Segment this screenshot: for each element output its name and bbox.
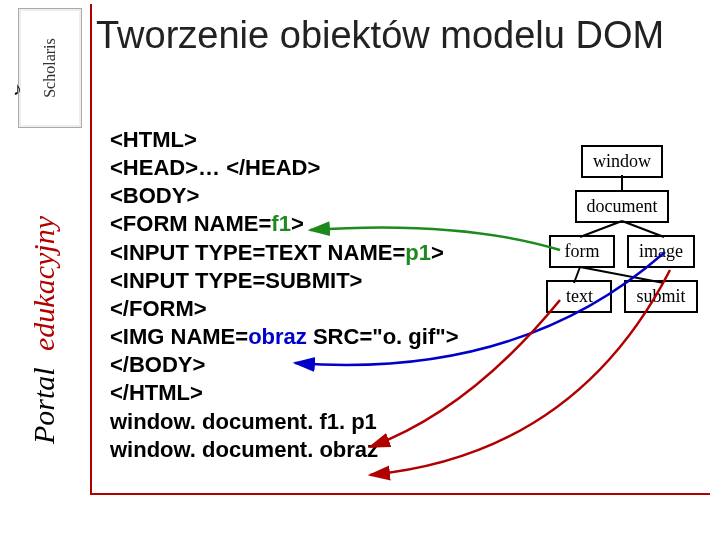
code-line-4: <FORM NAME=f1> [110,210,459,238]
scholaris-logo: Scholaris ♪ [18,8,82,128]
tree-node-text: text [546,280,612,313]
code-line-5: <INPUT TYPE=TEXT NAME=p1> [110,239,459,267]
code-img-name: obraz [248,324,307,349]
code-line-11: window. document. f1. p1 [110,408,459,436]
sidebar-word-portal: Portal [27,367,60,444]
tree-node-image: image [627,235,695,268]
code-line-8: <IMG NAME=obraz SRC="o. gif"> [110,323,459,351]
code-input-name: p1 [405,240,431,265]
code-line-10: </HTML> [110,379,459,407]
logo-text: Scholaris [41,38,59,98]
divider-vertical [90,4,92,494]
tree-connectors [534,145,710,405]
sidebar-word-edukacyjny: edukacyjny [27,216,60,351]
code-line-1: <HTML> [110,126,459,154]
tree-node-window: window [581,145,663,178]
tree-node-form: form [549,235,615,268]
dom-tree: window document form image text submit [534,145,710,325]
slide: Scholaris ♪ Tworzenie obiektów modelu DO… [0,0,720,540]
code-line-12: window. document. obraz [110,436,459,464]
music-note-icon: ♪ [13,79,22,100]
code-form-name: f1 [271,211,291,236]
sidebar-label: Portal edukacyjny [24,180,64,480]
divider-horizontal [90,493,710,495]
code-line-2: <HEAD>… </HEAD> [110,154,459,182]
code-line-6: <INPUT TYPE=SUBMIT> [110,267,459,295]
code-line-3: <BODY> [110,182,459,210]
code-listing: <HTML> <HEAD>… </HEAD> <BODY> <FORM NAME… [110,126,459,464]
code-line-7: </FORM> [110,295,459,323]
code-line-9: </BODY> [110,351,459,379]
tree-node-document: document [575,190,670,223]
tree-node-submit: submit [624,280,697,313]
slide-title: Tworzenie obiektów modelu DOM [96,14,664,57]
